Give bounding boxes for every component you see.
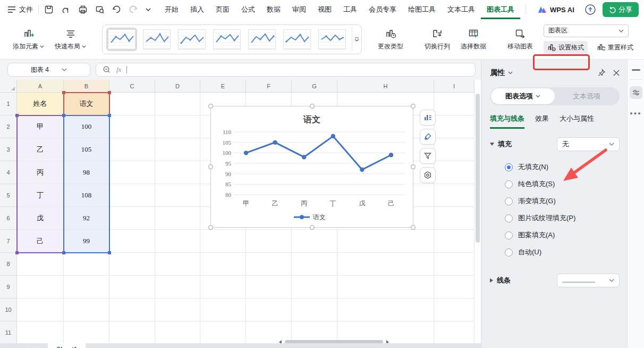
cell-C7[interactable] [109,230,155,253]
cell-D7[interactable] [155,230,200,253]
cell-B6[interactable]: 92 [64,207,109,230]
chart-style-button[interactable] [420,129,436,145]
cell-E7[interactable] [200,230,246,253]
cell-D9[interactable] [155,276,200,299]
chart-resize-handle[interactable] [310,225,315,230]
chart-element-selector[interactable]: 图表区 [544,24,629,37]
cell-B7[interactable]: 99 [64,230,109,253]
row-header-6[interactable]: 6 [0,207,17,230]
chart-style-thumbnail[interactable] [106,28,137,51]
cell-E9[interactable] [200,276,246,299]
chart-resize-handle[interactable] [310,104,315,109]
subtab-fill-line[interactable]: 填充与线条 [490,114,524,129]
cell-C10[interactable] [109,299,155,321]
chart-resize-handle[interactable] [208,225,213,230]
menu-page[interactable]: 页面 [210,0,235,19]
cell-E11[interactable] [200,321,246,344]
cell-A8[interactable] [17,253,64,276]
cell-G9[interactable] [292,276,337,299]
row-header-10[interactable]: 10 [0,299,17,321]
cell-H7[interactable] [337,230,434,253]
cell-B1[interactable]: 语文 [64,93,109,115]
row-header-2[interactable]: 2 [0,115,17,138]
fill-section-header[interactable]: 填充 无 [490,137,620,151]
menu-chart-tools[interactable]: 图表工具 [481,0,520,19]
chart-resize-handle[interactable] [411,225,416,230]
column-header-G[interactable]: G [292,80,337,93]
cell-D2[interactable] [155,115,200,138]
chart-resize-handle[interactable] [411,164,416,169]
cell-C8[interactable] [109,253,155,276]
cell-C6[interactable] [109,207,155,230]
cell-C1[interactable] [109,93,155,115]
redo-icon[interactable] [129,5,138,14]
cell-D1[interactable] [155,93,200,115]
panel-title-chevron-icon[interactable] [508,71,513,74]
cell-C11[interactable] [109,321,155,344]
cell-D5[interactable] [155,184,200,207]
column-header-A[interactable]: A [17,80,64,93]
chart-resize-handle[interactable] [208,104,213,109]
chart-style-thumbnail[interactable] [141,28,172,51]
cell-I7[interactable] [434,230,474,253]
chart-settings-button[interactable] [420,167,436,183]
move-chart-button[interactable]: 移动图表 [502,26,538,53]
print-preview-icon[interactable] [95,5,105,14]
radio-button[interactable] [505,180,513,188]
subtab-size-properties[interactable]: 大小与属性 [560,114,594,129]
tab-text-options[interactable]: 文本选项 [555,88,618,104]
column-header-B[interactable]: B [64,80,109,93]
fill-type-dropdown[interactable]: 无 [557,137,620,151]
cell-B4[interactable]: 98 [64,161,109,184]
cell-D8[interactable] [155,253,200,276]
cell-I5[interactable] [434,184,474,207]
column-header-F[interactable]: F [246,80,292,93]
quick-layout-button[interactable]: 快速布局 [49,26,91,53]
cell-C2[interactable] [109,115,155,138]
line-style-dropdown[interactable] [557,274,620,287]
export-pdf-icon[interactable] [61,5,71,14]
cell-D3[interactable] [155,138,200,161]
upload-cloud-icon[interactable] [584,4,596,15]
radio-button[interactable] [505,248,513,256]
column-header-C[interactable]: C [109,80,155,93]
cell-F10[interactable] [246,299,292,321]
chart-resize-handle[interactable] [208,164,213,169]
radio-solid-fill[interactable]: 纯色填充(S) [505,176,620,193]
radio-pattern-fill[interactable]: 图案填充(A) [505,227,620,244]
row-header-3[interactable]: 3 [0,138,17,161]
row-header-1[interactable]: 1 [0,93,17,115]
cell-A2[interactable]: 甲 [17,115,64,138]
column-header-H[interactable]: H [337,80,434,93]
more-tools-button[interactable]: ●●● [630,111,641,116]
cell-B11[interactable] [64,321,109,344]
cell-B10[interactable] [64,299,109,321]
cell-D11[interactable] [155,321,200,344]
chart-style-thumbnail[interactable] [317,28,348,51]
undo-icon[interactable] [112,5,121,14]
cell-B2[interactable]: 100 [64,115,109,138]
cell-I6[interactable] [434,207,474,230]
vertical-scrollbar[interactable] [476,94,480,243]
cell-A9[interactable] [17,276,64,299]
cell-E8[interactable] [200,253,246,276]
cell-I9[interactable] [434,276,474,299]
more-actions-chevron-icon[interactable] [145,7,151,12]
cell-I2[interactable] [434,115,474,138]
set-format-button[interactable]: 设置格式 [544,41,588,54]
cell-D4[interactable] [155,161,200,184]
cell-H8[interactable] [337,253,434,276]
cell-I8[interactable] [434,253,474,276]
cell-C4[interactable] [109,161,155,184]
save-icon[interactable] [44,5,54,14]
reset-style-button[interactable]: 重置样式 [593,41,637,54]
cell-D10[interactable] [155,299,200,321]
radio-button[interactable] [505,163,513,171]
print-icon[interactable] [78,5,88,14]
tab-chart-options[interactable]: 图表选项 [491,88,555,104]
cell-A5[interactable]: 丁 [17,184,64,207]
cell-F9[interactable] [246,276,292,299]
chart-style-thumbnail[interactable] [211,28,242,51]
cell-A3[interactable]: 乙 [17,138,64,161]
radio-no-fill[interactable]: 无填充(N) [505,159,620,176]
